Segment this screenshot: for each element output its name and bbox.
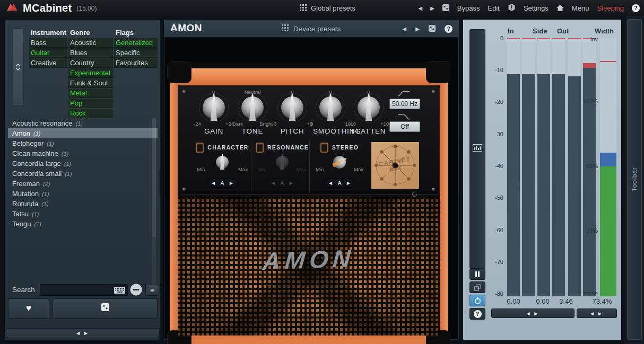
smoothing-knob[interactable]: 0 0 10 SMOOTHING [313,89,348,135]
cabinet-thumb-icon [256,143,264,153]
resonance-knob[interactable] [276,156,289,169]
global-presets-button[interactable]: Global presets [300,0,355,16]
random-preset-button[interactable] [53,298,158,319]
knob-label: SMOOTHING [313,127,348,135]
preset-row[interactable]: Clean machine(1) [8,148,158,158]
prev-preset-icon[interactable]: ◀ [418,5,422,11]
filter-collapse-strip[interactable] [12,28,24,105]
meters-resize-handle[interactable]: ◂ ▸ [491,308,575,318]
preset-row[interactable]: Tatsu(1) [8,209,158,219]
filter-item-blues[interactable]: Blues [68,48,113,58]
knob-dial[interactable] [281,96,303,119]
favourite-button[interactable]: ♥ [8,298,49,319]
mix-pad-label: CABINET MIX [368,138,423,192]
filter-item-favourites[interactable]: Favourites [114,58,158,68]
preset-row[interactable]: Concordia small(1) [8,169,158,179]
tone-knob[interactable]: Neutral Dark Bright TONE [235,89,270,135]
device-help-icon[interactable]: ? [445,25,452,33]
stepper-prev-icon[interactable]: ◀ [212,181,215,186]
random-device-preset-dice-icon[interactable] [429,25,436,33]
preset-row[interactable]: Acoustic resonance(1) [8,118,158,128]
home-icon[interactable] [556,4,564,13]
preset-list-scrollbar[interactable] [152,118,156,289]
filter-item-specific[interactable]: Specific [114,48,158,58]
settings-button[interactable]: Settings [524,4,549,12]
remove-filter-button[interactable] [129,283,143,296]
knob-dial[interactable] [358,96,380,119]
melda-logo-icon [6,3,18,14]
device-presets-button[interactable]: Device presets [282,20,341,38]
character-variant-stepper[interactable]: ◀ A ▶ [207,178,238,188]
preset-row-selected[interactable]: Amon(1) [8,128,158,138]
help-icon[interactable]: ? [632,4,640,12]
peak-segment [583,63,596,68]
db-tick: -50 [484,195,503,201]
gain-knob[interactable]: 0 -24 +24 GAIN [196,89,231,135]
filter-item-bass[interactable]: Bass [29,38,67,48]
keyboard-icon[interactable] [114,286,125,296]
browser-resize-handle[interactable]: ◂ ▸ [6,328,160,338]
sleeping-status[interactable]: Sleeping [597,4,624,12]
resonance-variant-stepper[interactable]: ◀ A ▶ [267,178,298,188]
next-device-preset-icon[interactable]: ▶ [415,26,420,32]
width-green-fill [600,166,616,296]
stereo-knob[interactable] [331,154,348,171]
filter-item-pop[interactable]: Pop [68,99,113,108]
toolbar-expand-button[interactable]: Toolbar [627,19,642,340]
next-preset-icon[interactable]: ▶ [430,5,434,11]
grid-icon [300,4,307,13]
device-header: AMON Device presets ◀ ▶ ? [164,20,459,38]
menu-button[interactable]: Menu [572,4,589,12]
edit-button[interactable]: Edit [488,4,499,12]
knob-dial[interactable] [203,96,225,119]
speaker-grille: AMON [178,197,440,336]
db-tick: 0 [484,35,503,41]
filter-item-experimental[interactable]: Experimental [68,68,113,78]
filter-item-creative[interactable]: Creative [29,58,67,68]
knob-label: PITCH [275,127,310,135]
pitch-knob[interactable]: 0 -3 +3 PITCH [275,89,310,135]
reset-icon[interactable] [412,190,417,199]
knob-dial[interactable] [241,96,264,119]
knob-dial[interactable] [319,96,342,119]
flatten-knob[interactable]: 0 -10 +10 FLATTEN [351,89,386,135]
bypass-button[interactable]: Bypass [457,4,480,12]
highpass-value-box[interactable]: 50.00 Hz [389,99,420,109]
filter-item-acoustic[interactable]: Acoustic [68,38,113,48]
amp-orange-right [440,82,448,344]
character-knob[interactable] [216,156,229,169]
lowpass-value-box[interactable]: Off [389,121,420,132]
stepper-next-icon[interactable]: ▶ [290,181,293,186]
preset-row[interactable]: Rotunda(1) [8,199,158,209]
preset-row[interactable]: Tengu(1) [8,219,158,229]
meter-scale-button[interactable] [469,281,485,293]
preset-row[interactable]: Freeman(2) [8,179,158,189]
stereo-variant-stepper[interactable]: ◀ A ▶ [324,178,355,188]
preset-row[interactable]: Concordia large(1) [8,158,158,169]
stereo-section: STEREO Min Max ◀ A ▶ [313,141,366,192]
meter-help-button[interactable]: ? [469,308,485,320]
analyzer-collapse-strip[interactable] [469,29,485,269]
meter-pause-button[interactable] [469,268,485,280]
filter-item-funk-soul[interactable]: Funk & Soul [68,78,113,88]
filter-item-country[interactable]: Country [68,58,113,68]
stepper-next-icon[interactable]: ▶ [347,181,350,186]
filter-item-metal[interactable]: Metal [68,89,113,98]
prev-device-preset-icon[interactable]: ◀ [403,26,407,32]
stepper-next-icon[interactable]: ▶ [230,181,233,186]
filter-item-guitar[interactable]: Guitar [29,48,67,58]
preset-row[interactable]: Mutation(1) [8,189,158,199]
width-resize-handle[interactable]: ◂ ▸ [577,308,617,318]
cabinet-mix-pad[interactable]: CABINET MIX [370,141,420,190]
preset-row[interactable]: Belphegor(1) [8,138,158,148]
stepper-prev-icon[interactable]: ◀ [329,181,332,186]
filter-item-generalized[interactable]: Generalized [114,38,158,48]
alert-icon[interactable] [508,3,516,13]
filter-item-rock[interactable]: Rock [68,109,113,118]
browser-menu-button[interactable]: ≡ [145,285,159,296]
meter-power-button[interactable] [469,295,485,306]
app-title: MCabinet [23,2,72,14]
stepper-prev-icon[interactable]: ◀ [272,181,275,186]
random-preset-dice-icon[interactable] [442,4,449,13]
toolbar-strip: Toolbar [625,16,644,344]
